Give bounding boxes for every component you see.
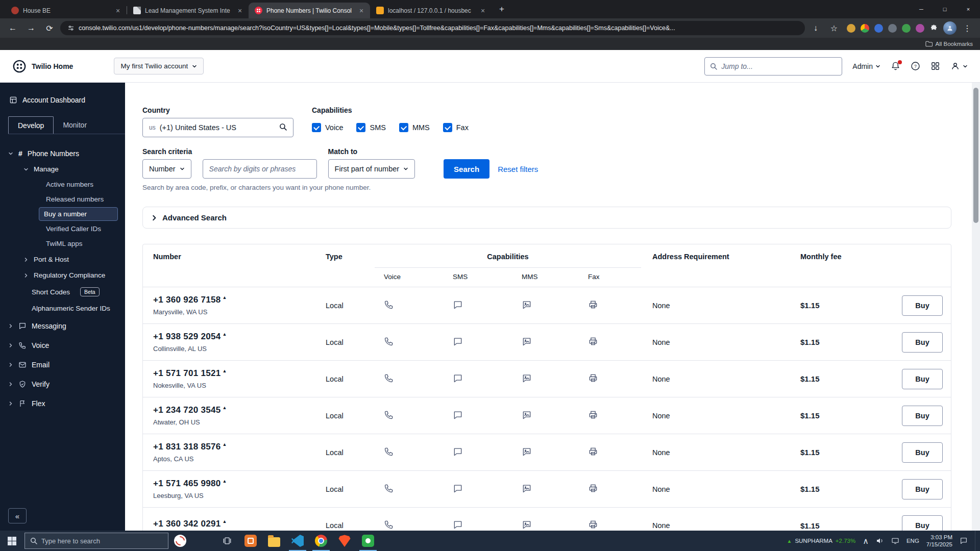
sidebar-item-account-dashboard[interactable]: Account Dashboard xyxy=(0,83,125,109)
extension-icon[interactable] xyxy=(874,24,883,33)
scrollbar-thumb[interactable] xyxy=(973,88,978,223)
chrome-icon[interactable] xyxy=(309,531,333,551)
sidebar-item-buy-a-number[interactable]: Buy a number xyxy=(39,207,118,221)
tab-close-icon[interactable]: × xyxy=(113,6,122,15)
taskbar-search-box[interactable] xyxy=(24,533,168,549)
page-scrollbar[interactable] xyxy=(972,83,980,531)
task-view-icon[interactable] xyxy=(215,531,239,551)
capability-mms-checkbox[interactable]: MMS xyxy=(399,123,430,132)
site-info-icon[interactable] xyxy=(67,24,75,32)
orange-app-icon[interactable] xyxy=(239,531,262,551)
new-tab-button[interactable]: + xyxy=(495,2,509,16)
tab-develop[interactable]: Develop xyxy=(8,116,54,134)
taskbar-clock[interactable]: 3:03 PM 7/15/2025 xyxy=(926,534,952,548)
phone-number[interactable]: +1 938 529 2054 xyxy=(153,332,221,341)
phone-number[interactable]: +1 360 926 7158 xyxy=(153,295,221,305)
tab-house-be[interactable]: House BE × xyxy=(5,3,127,18)
green-app-icon[interactable] xyxy=(356,531,380,551)
extension-icon[interactable] xyxy=(861,24,869,33)
caret-up-icon[interactable]: ▲ xyxy=(223,405,227,410)
capability-sms-checkbox[interactable]: SMS xyxy=(356,123,385,132)
file-explorer-icon[interactable] xyxy=(262,531,286,551)
sidebar-item-verify[interactable]: Verify xyxy=(0,374,125,394)
buy-button[interactable]: Buy xyxy=(902,442,943,463)
account-selector[interactable]: My first Twilio account xyxy=(114,58,204,74)
digits-search-input[interactable] xyxy=(203,159,317,179)
phone-number[interactable]: +1 234 720 3545 xyxy=(153,405,221,415)
sidebar-item-twiml-apps[interactable]: TwiML apps xyxy=(41,237,118,251)
hidden-icons-chevron[interactable]: ∧ xyxy=(863,536,869,546)
reset-filters-link[interactable]: Reset filters xyxy=(498,165,538,173)
user-menu[interactable] xyxy=(950,61,968,71)
extension-icon[interactable] xyxy=(847,24,855,33)
apps-grid-icon[interactable] xyxy=(930,61,940,71)
tab-lead-management[interactable]: Lead Management System Inte × xyxy=(127,3,249,18)
phone-number[interactable]: +1 360 342 0291 xyxy=(153,519,221,529)
buy-button[interactable]: Buy xyxy=(902,479,943,499)
jump-to-input[interactable] xyxy=(721,62,837,70)
network-icon[interactable] xyxy=(891,537,899,545)
all-bookmarks-label[interactable]: All Bookmarks xyxy=(936,41,973,47)
capability-fax-checkbox[interactable]: Fax xyxy=(443,123,469,132)
show-desktop-button[interactable] xyxy=(975,531,978,551)
capability-voice-checkbox[interactable]: Voice xyxy=(312,123,343,132)
sidebar-item-verified-caller-ids[interactable]: Verified Caller IDs xyxy=(41,222,118,236)
sidebar-item-voice[interactable]: Voice xyxy=(0,336,125,355)
twilio-home-link[interactable]: Twilio Home xyxy=(12,59,73,73)
stock-ticker-widget[interactable]: ▲ SUNPHARMA +2.73% xyxy=(787,538,855,544)
help-icon[interactable]: ? xyxy=(911,61,920,71)
action-center-icon[interactable] xyxy=(960,537,968,545)
match-to-select[interactable]: First part of number xyxy=(328,159,415,179)
buy-button[interactable]: Buy xyxy=(902,332,943,353)
caret-up-icon[interactable]: ▲ xyxy=(223,368,227,373)
news-interests-icon[interactable] xyxy=(168,531,192,551)
download-icon[interactable]: ↓ xyxy=(808,20,823,36)
sidebar-item-flex[interactable]: Flex xyxy=(0,394,125,413)
extension-icon[interactable] xyxy=(902,24,911,33)
jump-to-search[interactable] xyxy=(704,57,842,76)
search-button[interactable]: Search xyxy=(444,159,489,179)
shield-extension-icon[interactable] xyxy=(888,24,897,33)
tab-close-icon[interactable]: × xyxy=(235,6,244,15)
browser-menu-icon[interactable]: ⋮ xyxy=(960,20,975,36)
tab-close-icon[interactable]: × xyxy=(357,6,366,15)
sidebar-item-email[interactable]: Email xyxy=(0,355,125,374)
sidebar-item-port-host[interactable]: Port & Host xyxy=(0,252,125,267)
phone-number[interactable]: +1 571 701 1521 xyxy=(153,368,221,378)
bookmark-star-icon[interactable]: ☆ xyxy=(826,20,842,36)
extension-icon[interactable] xyxy=(916,24,924,33)
back-icon[interactable]: ← xyxy=(5,20,20,36)
caret-up-icon[interactable]: ▲ xyxy=(223,519,227,524)
window-maximize-button[interactable]: □ xyxy=(933,0,957,18)
tab-close-icon[interactable]: × xyxy=(478,6,487,15)
buy-button[interactable]: Buy xyxy=(902,295,943,316)
brave-icon[interactable] xyxy=(333,531,356,551)
volume-icon[interactable] xyxy=(876,537,884,545)
sidebar-collapse-button[interactable]: « xyxy=(8,508,27,523)
tab-twilio-console[interactable]: Phone Numbers | Twilio Consol × xyxy=(249,3,370,18)
profile-avatar[interactable] xyxy=(943,21,957,35)
language-indicator[interactable]: ENG xyxy=(906,538,919,544)
criteria-select[interactable]: Number xyxy=(142,159,191,179)
puzzle-extensions-icon[interactable] xyxy=(929,24,938,33)
vscode-icon[interactable] xyxy=(286,531,309,551)
country-selector[interactable]: us (+1) United States - US xyxy=(142,118,293,137)
advanced-search-toggle[interactable]: Advanced Search xyxy=(142,207,951,229)
caret-up-icon[interactable]: ▲ xyxy=(223,295,227,300)
tab-monitor[interactable]: Monitor xyxy=(54,116,96,134)
sidebar-item-short-codes[interactable]: Short Codes Beta xyxy=(0,283,125,300)
buy-button[interactable]: Buy xyxy=(902,369,943,389)
admin-menu[interactable]: Admin xyxy=(852,62,880,70)
pencil-app-icon[interactable] xyxy=(192,531,215,551)
sidebar-item-alphanumeric-sender-ids[interactable]: Alphanumeric Sender IDs xyxy=(0,300,125,316)
sidebar-item-regulatory-compliance[interactable]: Regulatory Compliance xyxy=(0,267,125,283)
sidebar-item-manage[interactable]: Manage xyxy=(0,162,125,177)
forward-icon[interactable]: → xyxy=(23,20,39,36)
buy-button[interactable]: Buy xyxy=(902,515,943,531)
tab-localhost[interactable]: localhost / 127.0.0.1 / housbec × xyxy=(370,3,492,18)
sidebar-item-released-numbers[interactable]: Released numbers xyxy=(41,192,118,206)
phone-number[interactable]: +1 571 465 9980 xyxy=(153,479,221,488)
sidebar-item-active-numbers[interactable]: Active numbers xyxy=(41,178,118,191)
buy-button[interactable]: Buy xyxy=(902,406,943,426)
notifications-button[interactable] xyxy=(891,61,900,71)
